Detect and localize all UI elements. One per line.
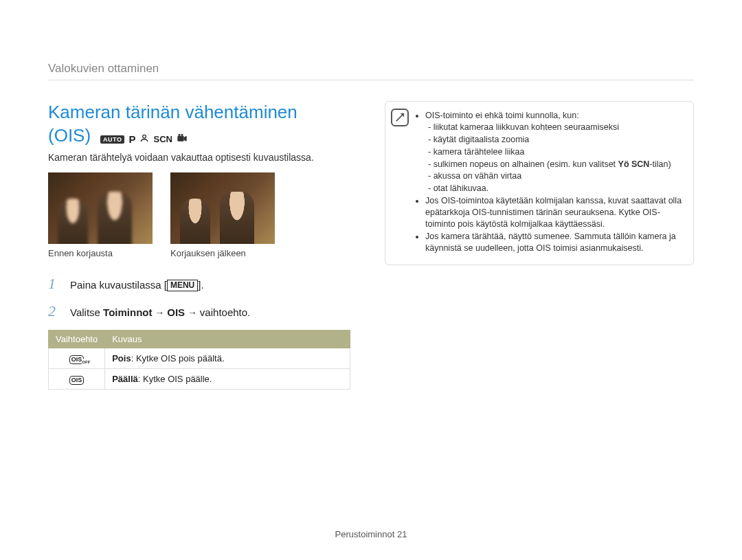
options-table: Vaihtoehto Kuvaus OIS Pois: Kytke OIS po… xyxy=(48,330,350,390)
svg-marker-2 xyxy=(184,136,187,142)
ois-off-icon: OIS xyxy=(69,355,85,364)
sample-photo-before xyxy=(48,172,153,244)
svg-point-3 xyxy=(178,134,180,136)
step-2-pre: Valitse xyxy=(70,306,103,318)
note-1: OIS-toiminto ei ehkä toimi kunnolla, kun… xyxy=(425,111,579,120)
sample-photo-after xyxy=(170,172,275,244)
options-th-option: Vaihtoehto xyxy=(49,330,105,348)
note-3: Jos kamera tärähtää, näyttö sumenee. Sam… xyxy=(425,231,684,254)
footer-page: 21 xyxy=(397,529,407,539)
step-2-b1: Toiminnot xyxy=(103,306,152,318)
mode-video-icon xyxy=(177,133,188,145)
photo-before: Ennen korjausta xyxy=(48,172,153,258)
note-1c: kamera tärähtelee liikaa xyxy=(428,146,684,158)
step-1-pre: Paina kuvaustilassa [ xyxy=(70,279,167,291)
option-off-label: Pois xyxy=(112,353,131,363)
mode-strip: AUTO P SCN xyxy=(100,133,188,145)
step-2: Valitse Toiminnot → OIS → vaihtoehto. xyxy=(48,302,364,320)
option-on-label: Päällä xyxy=(112,374,138,384)
note-1f: otat lähikuvaa. xyxy=(428,183,684,194)
page-title-line2: (OIS) xyxy=(48,125,91,146)
note-1e: akussa on vähän virtaa xyxy=(428,170,684,182)
note-1d: sulkimen nopeus on alhainen (esim. kun v… xyxy=(428,159,684,170)
option-off-desc: : Kytke OIS pois päältä. xyxy=(131,353,225,363)
photo-after: Korjauksen jälkeen xyxy=(170,172,275,258)
caption-before: Ennen korjausta xyxy=(48,248,153,258)
page-title-line1: Kameran tärinän vähentäminen xyxy=(48,101,364,124)
footer-label: Perustoiminnot xyxy=(335,529,395,539)
step-1-post: ]. xyxy=(198,279,203,291)
arrow-icon-2: → xyxy=(185,307,200,318)
intro-text: Kameran tärähtelyä voidaan vakauttaa opt… xyxy=(48,152,364,163)
arrow-icon: → xyxy=(152,307,167,318)
svg-rect-1 xyxy=(177,136,183,142)
step-2-post: vaihtoehto. xyxy=(200,306,250,318)
caption-after: Korjauksen jälkeen xyxy=(170,248,275,258)
note-1d-mode: Yö SCN xyxy=(618,159,650,169)
note-1b: käytät digitaalista zoomia xyxy=(428,134,684,146)
table-row: OIS Pois: Kytke OIS pois päältä. xyxy=(49,348,350,368)
step-2-b2: OIS xyxy=(167,306,185,318)
note-1a: liikutat kameraa liikkuvan kohteen seura… xyxy=(428,122,684,133)
note-1d-post: -tilan) xyxy=(649,159,671,169)
breadcrumb: Valokuvien ottaminen xyxy=(48,62,694,80)
step-1: Paina kuvaustilassa [MENU]. xyxy=(48,275,364,293)
note-1d-pre: sulkimen nopeus on alhainen (esim. kun v… xyxy=(434,159,618,169)
note-box: OIS-toiminto ei ehkä toimi kunnolla, kun… xyxy=(385,101,694,265)
mode-scn-icon: SCN xyxy=(153,134,172,144)
table-row: OIS Päällä: Kytke OIS päälle. xyxy=(49,368,350,389)
left-column: Kameran tärinän vähentäminen (OIS) AUTO … xyxy=(48,101,364,390)
option-on-desc: : Kytke OIS päälle. xyxy=(138,374,212,384)
options-th-desc: Kuvaus xyxy=(105,330,350,348)
note-icon xyxy=(391,109,409,126)
page-footer: Perustoiminnot 21 xyxy=(0,529,742,539)
svg-point-0 xyxy=(143,135,146,138)
mode-p-icon: P xyxy=(128,133,135,145)
svg-point-4 xyxy=(181,134,183,136)
mode-auto-icon: AUTO xyxy=(100,135,124,144)
right-column: OIS-toiminto ei ehkä toimi kunnolla, kun… xyxy=(385,101,694,390)
mode-face-icon xyxy=(139,133,149,145)
note-2: Jos OIS-toimintoa käytetään kolmijalan k… xyxy=(425,195,684,230)
menu-key: MENU xyxy=(167,280,198,291)
ois-on-icon: OIS xyxy=(69,376,85,385)
